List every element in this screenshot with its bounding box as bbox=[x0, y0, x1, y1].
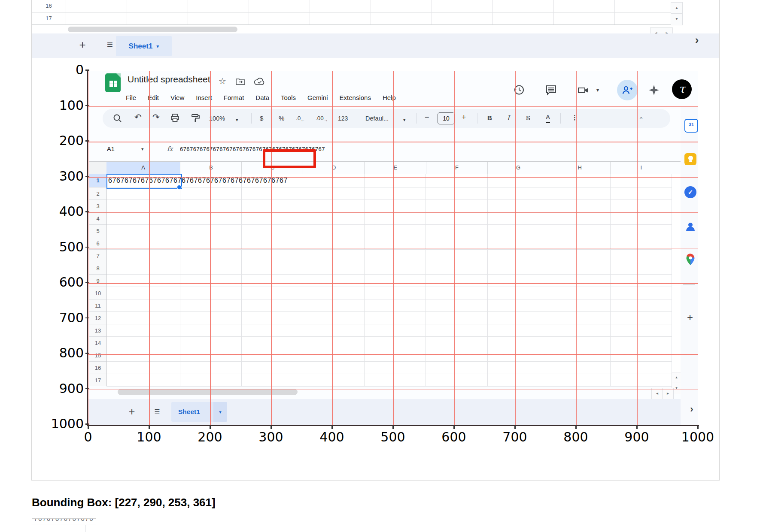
sheet-tab-sheet1[interactable]: Sheet1 ▾ bbox=[171, 402, 227, 422]
selected-cell-a1[interactable] bbox=[106, 174, 182, 189]
column-header-a[interactable]: A bbox=[106, 162, 180, 174]
row-header[interactable]: 17 bbox=[32, 12, 66, 25]
undo-icon[interactable]: ↶ bbox=[134, 112, 142, 122]
row-header[interactable]: 3 bbox=[89, 200, 106, 212]
formula-input[interactable]: 6767676767676767676767676767676767676767… bbox=[180, 146, 455, 152]
row-header[interactable]: 9 bbox=[89, 274, 106, 287]
caret-down-icon[interactable]: ▾ bbox=[213, 402, 227, 422]
column-header[interactable]: E bbox=[364, 162, 426, 174]
strikethrough-button[interactable]: S bbox=[526, 113, 530, 123]
move-folder-icon[interactable] bbox=[236, 78, 245, 85]
more-options-icon[interactable]: ⋮ bbox=[571, 113, 578, 122]
bold-button[interactable]: B bbox=[487, 113, 492, 123]
version-history-icon[interactable] bbox=[513, 84, 525, 96]
row-header[interactable]: 7 bbox=[89, 249, 106, 262]
percent-format-button[interactable]: % bbox=[279, 114, 284, 123]
add-sheet-button[interactable]: + bbox=[125, 405, 139, 418]
column-header[interactable]: G bbox=[487, 162, 549, 174]
sheets-logo-icon[interactable] bbox=[105, 73, 121, 92]
paint-format-icon[interactable] bbox=[191, 114, 200, 122]
caret-down-icon[interactable]: ▾ bbox=[403, 115, 406, 124]
number-format-button[interactable]: 123 bbox=[338, 114, 348, 123]
keep-icon[interactable] bbox=[684, 153, 696, 165]
select-all-corner[interactable] bbox=[89, 162, 107, 174]
menu-item[interactable]: Insert bbox=[196, 94, 212, 101]
cloud-status-icon[interactable] bbox=[254, 77, 265, 85]
star-icon[interactable]: ☆ bbox=[219, 76, 226, 86]
caret-down-icon[interactable]: ▾ bbox=[236, 115, 238, 124]
caret-down-icon[interactable]: ▾ bbox=[596, 87, 599, 93]
menu-item[interactable]: Edit bbox=[148, 94, 159, 101]
menu-item[interactable]: Gemini bbox=[307, 94, 328, 101]
row-header[interactable]: 17 bbox=[89, 374, 106, 387]
sparkle-icon[interactable] bbox=[648, 85, 660, 96]
decrease-decimal-button[interactable]: .0← bbox=[296, 114, 305, 125]
row-header[interactable]: 4 bbox=[89, 212, 106, 225]
expand-panel-chevron[interactable]: › bbox=[690, 34, 703, 47]
collapse-toolbar-icon[interactable]: › bbox=[639, 113, 641, 123]
row-header[interactable]: 2 bbox=[89, 187, 106, 200]
vertical-scrollbar[interactable] bbox=[672, 174, 681, 386]
get-add-ons-button[interactable]: + bbox=[684, 312, 696, 323]
menu-item[interactable]: Tools bbox=[281, 94, 296, 101]
row-header[interactable]: 8 bbox=[89, 262, 106, 275]
menu-item[interactable]: Data bbox=[255, 94, 269, 101]
maps-icon[interactable] bbox=[684, 254, 696, 266]
contacts-icon[interactable] bbox=[684, 221, 696, 233]
row-header-1[interactable]: 1 bbox=[89, 174, 106, 187]
increase-font-size-button[interactable]: + bbox=[462, 112, 466, 122]
menu-item[interactable]: Extensions bbox=[340, 94, 371, 101]
row-header[interactable]: 15 bbox=[89, 349, 106, 362]
zoom-select[interactable]: 100% bbox=[209, 114, 225, 123]
calendar-icon[interactable]: 31 bbox=[684, 119, 698, 133]
print-icon[interactable] bbox=[170, 113, 179, 122]
expand-panel-chevron[interactable]: › bbox=[686, 404, 698, 416]
menu-item[interactable]: Help bbox=[383, 94, 396, 101]
menu-item[interactable]: Format bbox=[224, 94, 244, 101]
name-box[interactable]: A1 bbox=[107, 145, 115, 152]
row-header[interactable]: 14 bbox=[89, 336, 106, 349]
row-header[interactable]: 12 bbox=[89, 311, 106, 324]
row-header[interactable]: 16 bbox=[89, 361, 106, 374]
row-header[interactable]: 11 bbox=[89, 299, 106, 312]
column-header[interactable]: B bbox=[180, 162, 242, 174]
scroll-left-button[interactable]: ◂ bbox=[651, 388, 663, 400]
scroll-right-button[interactable]: ▸ bbox=[662, 388, 674, 400]
font-size-input[interactable]: 10 bbox=[438, 112, 455, 124]
video-call-icon[interactable] bbox=[578, 86, 590, 94]
row-header[interactable]: 13 bbox=[89, 324, 106, 337]
document-title[interactable]: Untitled spreadsheet bbox=[128, 74, 210, 85]
account-avatar[interactable]: τ bbox=[672, 79, 692, 99]
horizontal-scrollbar[interactable] bbox=[68, 27, 237, 32]
redo-icon[interactable]: ↷ bbox=[152, 112, 160, 122]
horizontal-scrollbar[interactable] bbox=[118, 389, 298, 395]
row-header[interactable]: 16 bbox=[32, 0, 66, 12]
caret-down-icon[interactable]: ▾ bbox=[141, 146, 144, 152]
currency-format-button[interactable]: $ bbox=[260, 114, 263, 123]
scroll-up-button[interactable]: ▴ bbox=[672, 372, 681, 384]
scroll-up-button[interactable]: ▴ bbox=[671, 2, 683, 14]
row-header[interactable]: 10 bbox=[89, 287, 106, 299]
add-sheet-button[interactable]: + bbox=[76, 38, 89, 51]
all-sheets-menu-icon[interactable]: ≡ bbox=[151, 405, 164, 417]
share-button[interactable] bbox=[617, 80, 638, 100]
scroll-down-button[interactable]: ▾ bbox=[671, 13, 683, 25]
fill-handle[interactable] bbox=[177, 185, 182, 190]
column-header[interactable]: H bbox=[549, 162, 611, 174]
sheet-tab-sheet1[interactable]: Sheet1 ▾ bbox=[116, 36, 172, 56]
row-header[interactable]: 6 bbox=[89, 237, 106, 250]
menu-item[interactable]: File bbox=[126, 94, 136, 101]
all-sheets-menu-icon[interactable]: ≡ bbox=[103, 38, 117, 51]
tasks-icon[interactable]: ✓ bbox=[684, 186, 696, 198]
caret-down-icon[interactable]: ▾ bbox=[156, 43, 159, 49]
column-header[interactable]: F bbox=[426, 162, 488, 174]
decrease-font-size-button[interactable]: − bbox=[425, 112, 429, 122]
italic-button[interactable]: I bbox=[507, 113, 510, 123]
search-icon[interactable] bbox=[113, 114, 122, 123]
menu-item[interactable]: View bbox=[170, 94, 184, 101]
font-family-select[interactable]: Defaul... bbox=[365, 114, 389, 123]
text-color-button[interactable]: A bbox=[546, 112, 550, 123]
row-header[interactable]: 5 bbox=[89, 224, 106, 237]
increase-decimal-button[interactable]: .00→ bbox=[316, 114, 328, 125]
column-header[interactable]: I bbox=[610, 162, 672, 174]
